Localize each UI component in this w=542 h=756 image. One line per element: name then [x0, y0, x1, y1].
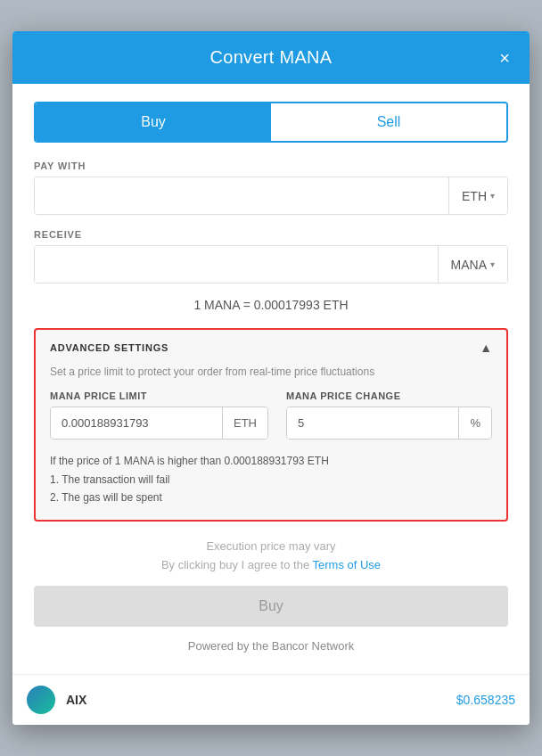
tab-row: Buy Sell [34, 102, 508, 143]
terms-note: By clicking buy I agree to the Terms of … [34, 558, 508, 571]
advanced-fields-row: MANA PRICE LIMIT ETH MANA PRICE CHANGE % [50, 390, 492, 440]
advanced-chevron: ▲ [480, 341, 492, 355]
receive-input[interactable] [35, 246, 438, 283]
price-change-input[interactable] [287, 407, 458, 439]
price-change-suffix: % [458, 407, 491, 439]
pay-with-currency[interactable]: ETH ▾ [448, 177, 507, 214]
advanced-settings-body: Set a price limit to protect your order … [36, 366, 506, 519]
modal-header: Convert MANA × [12, 31, 530, 84]
advanced-note: If the price of 1 MANA is higher than 0.… [50, 452, 492, 506]
execution-note: Execution price may vary [34, 539, 508, 553]
pay-with-label: PAY WITH [34, 160, 508, 171]
price-change-field: MANA PRICE CHANGE % [286, 390, 492, 440]
receive-currency[interactable]: MANA ▾ [438, 246, 507, 283]
sell-tab[interactable]: Sell [271, 103, 506, 141]
aix-price: $0.658235 [456, 693, 515, 707]
close-button[interactable]: × [494, 47, 515, 69]
advanced-settings-section: ADVANCED SETTINGS ▲ Set a price limit to… [34, 328, 508, 521]
price-change-input-row: % [286, 407, 492, 440]
price-limit-field: MANA PRICE LIMIT ETH [50, 390, 268, 440]
receive-section: RECEIVE MANA ▾ [34, 229, 508, 284]
aix-name: AIX [66, 693, 86, 707]
receive-label: RECEIVE [34, 229, 508, 240]
price-limit-label: MANA PRICE LIMIT [50, 390, 268, 401]
exchange-rate: 1 MANA = 0.00017993 ETH [34, 298, 508, 312]
note-line3: 2. The gas will be spent [50, 491, 162, 504]
pay-with-section: PAY WITH ETH ▾ [34, 160, 508, 215]
price-limit-input-row: ETH [50, 407, 268, 440]
terms-prefix: By clicking buy I agree to the [161, 558, 313, 571]
price-limit-suffix: ETH [222, 407, 267, 439]
pay-with-input-row: ETH ▾ [34, 177, 508, 215]
mana-chevron: ▾ [490, 259, 495, 269]
modal-title: Convert MANA [210, 47, 333, 68]
terms-link[interactable]: Terms of Use [313, 558, 382, 571]
buy-tab[interactable]: Buy [36, 103, 271, 141]
price-change-label: MANA PRICE CHANGE [286, 390, 492, 401]
note-line2: 1. The transaction will fail [50, 473, 170, 486]
aix-logo [27, 686, 55, 714]
price-limit-input[interactable] [51, 407, 222, 439]
advanced-settings-title: ADVANCED SETTINGS [50, 342, 168, 353]
modal-container: Convert MANA × Buy Sell PAY WITH ETH ▾ R… [12, 31, 530, 724]
buy-button[interactable]: Buy [34, 586, 508, 627]
advanced-description: Set a price limit to protect your order … [50, 366, 492, 378]
powered-by: Powered by the Bancor Network [34, 639, 508, 656]
pay-with-input[interactable] [35, 177, 448, 214]
bottom-bar: AIX $0.658235 [12, 674, 530, 725]
receive-input-row: MANA ▾ [34, 245, 508, 284]
eth-label: ETH [462, 189, 487, 203]
note-line1: If the price of 1 MANA is higher than 0.… [50, 455, 329, 467]
mana-label: MANA [451, 258, 487, 272]
advanced-settings-toggle[interactable]: ADVANCED SETTINGS ▲ [36, 330, 506, 366]
eth-chevron: ▾ [490, 191, 495, 201]
modal-body: Buy Sell PAY WITH ETH ▾ RECEIVE MANA ▾ [12, 84, 530, 673]
